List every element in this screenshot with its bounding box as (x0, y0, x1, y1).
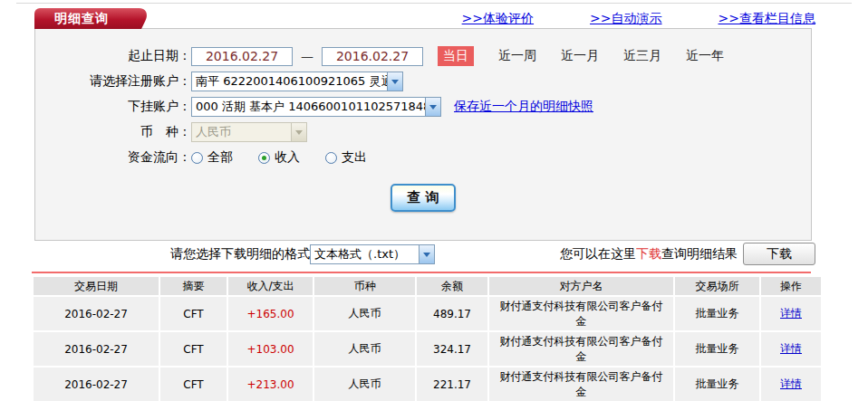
tab-detail-query[interactable]: 明细查询 (34, 8, 129, 29)
flow-direction-row: 资金流向： 全部 收入 支出 (35, 145, 811, 170)
cell-summary: CFT (160, 332, 227, 366)
radio-all[interactable]: 全部 (191, 149, 233, 166)
chevron-down-icon (291, 123, 306, 141)
chevron-down-icon[interactable] (419, 245, 434, 263)
col-header-currency: 币种 (314, 277, 415, 295)
sub-account-row: 下挂账户： 000 活期 基本户 1406600101102571848 保存近… (35, 94, 811, 119)
cell-amount: +213.00 (228, 368, 313, 401)
quick-range-month[interactable]: 近一月 (561, 48, 599, 64)
link-auto-demo[interactable]: >>自动演示 (590, 11, 661, 27)
download-result-group: 您可以在这里下载查询明细结果 下载 (560, 243, 815, 265)
radio-icon[interactable] (191, 152, 203, 164)
cell-counterparty: 财付通支付科技有限公司客户备付金 (489, 332, 673, 366)
col-header-amount: 收入/支出 (228, 277, 313, 295)
table-row: 2016-02-27 CFT +213.00 人民币 221.17 财付通支付科… (34, 368, 821, 401)
top-divider (16, 3, 852, 4)
radio-all-label: 全部 (207, 149, 233, 166)
cell-date: 2016-02-27 (34, 297, 159, 330)
radio-expense[interactable]: 支出 (325, 149, 367, 166)
cell-amount: +165.00 (228, 297, 313, 330)
register-account-row: 请选择注册账户： 南平 6222001406100921065 灵通卡 (35, 69, 811, 94)
cell-balance: 489.17 (417, 297, 487, 330)
cell-balance: 324.17 (417, 332, 487, 366)
currency-value: 人民币 (192, 124, 291, 140)
snapshot-link[interactable]: 保存近一个月的明细快照 (454, 99, 593, 115)
cell-action: 详情 (761, 332, 821, 366)
quick-range-week[interactable]: 近一周 (498, 48, 536, 64)
radio-icon[interactable] (325, 152, 337, 164)
date-separator: — (301, 49, 313, 63)
transaction-table: 交易日期 摘要 收入/支出 币种 余额 对方户名 交易场所 操作 2016-02… (32, 275, 823, 401)
quick-range-today[interactable]: 当日 (438, 46, 474, 66)
radio-income[interactable]: 收入 (258, 149, 300, 166)
col-header-date: 交易日期 (34, 277, 159, 295)
cell-venue: 批量业务 (675, 332, 759, 366)
query-form-panel: 起止日期： — 当日 近一周 近一月 近三月 近一年 请选择注册账户： 南平 6… (34, 28, 812, 241)
cell-date: 2016-02-27 (34, 368, 159, 401)
cell-summary: CFT (160, 297, 227, 330)
cell-balance: 221.17 (417, 368, 487, 401)
cell-currency: 人民币 (314, 368, 415, 401)
flow-direction-label: 资金流向： (35, 149, 191, 166)
download-hint-suffix: 查询明细结果 (661, 246, 738, 261)
chevron-down-icon[interactable] (387, 72, 402, 91)
download-format-group: 请您选择下载明细的格式 文本格式（.txt） (170, 244, 435, 264)
quick-range-year[interactable]: 近一年 (686, 48, 724, 64)
col-header-summary: 摘要 (160, 277, 227, 295)
radio-income-label: 收入 (275, 149, 300, 166)
table-header-row: 交易日期 摘要 收入/支出 币种 余额 对方户名 交易场所 操作 (34, 277, 821, 295)
cell-counterparty: 财付通支付科技有限公司客户备付金 (489, 297, 673, 330)
date-range-label: 起止日期： (35, 48, 191, 64)
table-divider-line (32, 272, 811, 273)
detail-link[interactable]: 详情 (780, 342, 802, 355)
download-button[interactable]: 下载 (743, 243, 815, 265)
radio-icon[interactable] (258, 152, 270, 164)
currency-row: 币 种： 人民币 (35, 119, 811, 145)
detail-link[interactable]: 详情 (780, 377, 802, 390)
link-experience-review[interactable]: >>体验评价 (462, 11, 534, 27)
table-row: 2016-02-27 CFT +165.00 人民币 489.17 财付通支付科… (34, 297, 821, 330)
cell-amount: +103.00 (228, 332, 313, 366)
cell-summary: CFT (160, 368, 227, 401)
register-account-label: 请选择注册账户： (35, 73, 191, 90)
currency-select: 人民币 (191, 122, 307, 142)
cell-action: 详情 (761, 297, 821, 330)
radio-expense-label: 支出 (342, 149, 367, 166)
sub-account-select[interactable]: 000 活期 基本户 1406600101102571848 (191, 97, 441, 117)
cell-currency: 人民币 (314, 332, 415, 366)
cell-action: 详情 (761, 368, 821, 401)
link-column-info[interactable]: >>查看栏目信息 (719, 11, 815, 27)
chevron-down-icon[interactable] (425, 98, 440, 116)
cell-venue: 批量业务 (675, 297, 759, 330)
quick-range-links: 当日 近一周 近一月 近三月 近一年 (438, 46, 724, 66)
cell-currency: 人民币 (314, 297, 415, 330)
query-button[interactable]: 查 询 (391, 184, 456, 212)
register-account-value: 南平 6222001406100921065 灵通卡 (192, 73, 387, 90)
cell-date: 2016-02-27 (34, 332, 159, 366)
download-text-link[interactable]: 下载 (636, 246, 661, 261)
flow-radio-group: 全部 收入 支出 (191, 149, 367, 166)
col-header-action: 操作 (761, 277, 821, 295)
col-header-counterparty: 对方户名 (489, 277, 673, 295)
download-hint-prefix: 您可以在这里 (560, 246, 636, 261)
page: 明细查询 >>体验评价 >>自动演示 >>查看栏目信息 起止日期： — 当日 近… (0, 0, 868, 401)
sub-account-label: 下挂账户： (35, 99, 191, 115)
download-format-value: 文本格式（.txt） (311, 246, 419, 263)
end-date-input[interactable] (322, 47, 423, 66)
table-row: 2016-02-27 CFT +103.00 人民币 324.17 财付通支付科… (34, 332, 821, 366)
quick-range-3months[interactable]: 近三月 (623, 48, 661, 64)
start-date-input[interactable] (191, 47, 293, 66)
download-format-label: 请您选择下载明细的格式 (170, 246, 310, 263)
currency-label: 币 种： (35, 124, 191, 140)
top-link-bar: >>体验评价 >>自动演示 >>查看栏目信息 (462, 11, 815, 27)
sub-account-value: 000 活期 基本户 1406600101102571848 (192, 99, 425, 115)
download-hint: 您可以在这里下载查询明细结果 (560, 246, 738, 263)
date-range-row: 起止日期： — 当日 近一周 近一月 近三月 近一年 (35, 43, 811, 69)
detail-link[interactable]: 详情 (780, 307, 802, 320)
download-format-select[interactable]: 文本格式（.txt） (310, 244, 435, 264)
register-account-select[interactable]: 南平 6222001406100921065 灵通卡 (191, 72, 403, 91)
col-header-balance: 余额 (417, 277, 487, 295)
tab-label: 明细查询 (34, 8, 129, 29)
cell-counterparty: 财付通支付科技有限公司客户备付金 (489, 368, 673, 401)
cell-venue: 批量业务 (675, 368, 759, 401)
